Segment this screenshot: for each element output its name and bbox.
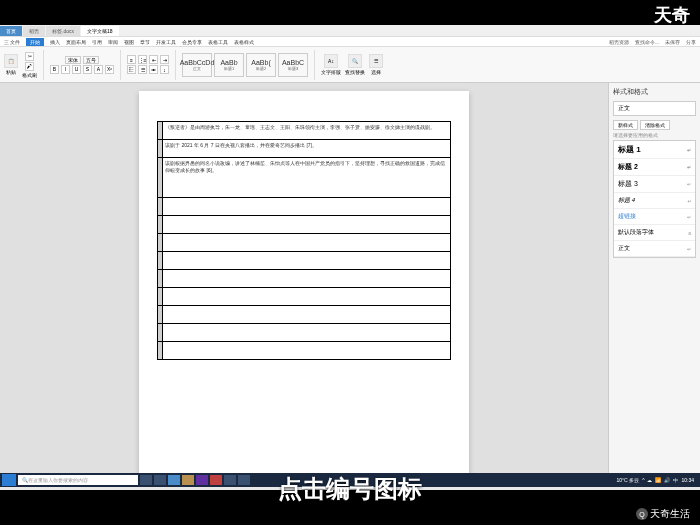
menu-view[interactable]: 视图 — [124, 39, 134, 45]
format-painter-button[interactable]: 🖌 — [25, 62, 34, 71]
bullet-list-button[interactable]: ≡ — [127, 55, 136, 64]
paste-label: 粘贴 — [6, 69, 16, 75]
menu-bar: 三 文件 开始 插入 页面布局 引用 审阅 视图 章节 开发工具 会员专享 表格… — [0, 37, 700, 47]
menu-search[interactable]: 查找命令... — [635, 39, 659, 45]
style-item-h3[interactable]: 标题 3↵ — [614, 176, 695, 193]
menu-dev[interactable]: 开发工具 — [156, 39, 176, 45]
wps-app-window: 首页 稻壳 标签.docx 文字文稿18 三 文件 开始 插入 页面布局 引用 … — [0, 25, 700, 485]
current-style[interactable]: 正文 — [613, 101, 696, 116]
style-item-h4[interactable]: 标题 4↵ — [614, 193, 695, 209]
font-name[interactable]: 宋体 — [65, 56, 81, 64]
underline-button[interactable]: U — [72, 65, 81, 74]
text-layout-button[interactable]: A↕ — [324, 54, 338, 68]
style-item-body[interactable]: 正文↵ — [614, 241, 695, 257]
menu-insert[interactable]: 插入 — [50, 39, 60, 45]
menu-start[interactable]: 开始 — [26, 38, 44, 46]
menu-table-tools[interactable]: 表格工具 — [208, 39, 228, 45]
style-h2[interactable]: AaBb(标题2 — [246, 53, 276, 77]
indent-inc-button[interactable]: ⇥ — [160, 55, 169, 64]
more-a[interactable]: A — [94, 65, 103, 74]
numbering-button[interactable]: ⋮≡ — [138, 55, 147, 64]
new-style-button[interactable]: 新样式 — [613, 120, 638, 130]
document-table[interactable]: 《叛逆者》是由周游执导，朱一龙、童瑶、王志文、王阳、朱珠领衔主演，李强、张子贤、… — [157, 121, 451, 360]
text-layout-label: 文字排版 — [321, 69, 341, 75]
font-size[interactable]: 五号 — [83, 56, 99, 64]
ribbon: 📋 粘贴 ✂ 🖌 格式刷 宋体 五号 B I U S A X² — [0, 47, 700, 83]
align-center-button[interactable]: ☰ — [138, 65, 147, 74]
line-spacing-button[interactable]: ↕ — [160, 65, 169, 74]
format-painter-label: 格式刷 — [22, 72, 37, 78]
clear-format-button[interactable]: 清除格式 — [640, 120, 670, 130]
select-button[interactable]: ☰ — [369, 54, 383, 68]
align-left-button[interactable]: ⬱ — [127, 65, 136, 74]
select-label: 选择 — [371, 69, 381, 75]
menu-ref[interactable]: 引用 — [92, 39, 102, 45]
page: 《叛逆者》是由周游执导，朱一龙、童瑶、王志文、王阳、朱珠领衔主演，李强、张子贤、… — [139, 91, 469, 475]
video-caption: 点击编号图标 — [0, 473, 700, 505]
doc-tab-0[interactable]: 稻壳 — [23, 26, 45, 36]
document-area[interactable]: 《叛逆者》是由周游执导，朱一龙、童瑶、王志文、王阳、朱珠领衔主演，李强、张子贤、… — [0, 83, 608, 475]
style-item-link[interactable]: 超链接↵ — [614, 209, 695, 225]
menu-file[interactable]: 三 文件 — [4, 39, 20, 45]
doc-tab-2[interactable]: 文字文稿18 — [81, 26, 119, 36]
paste-button[interactable]: 📋 — [4, 54, 18, 68]
style-list: 标题 1↵ 标题 2↵ 标题 3↵ 标题 4↵ 超链接↵ 默认段落字体a 正文↵ — [613, 140, 696, 258]
watermark-icon: Q — [636, 508, 648, 520]
style-h1[interactable]: AaBb标题1 — [214, 53, 244, 77]
watermark-text: 天奇生活 — [650, 507, 690, 521]
menu-table-style[interactable]: 表格样式 — [234, 39, 254, 45]
align-right-button[interactable]: ⬲ — [149, 65, 158, 74]
find-replace-button[interactable]: 🔍 — [348, 54, 362, 68]
strike-button[interactable]: S — [83, 65, 92, 74]
more-x[interactable]: X² — [105, 65, 114, 74]
cell-3[interactable]: 该剧根据畀愚的同名小说改编，讲述了林楠笙、朱怡贞等人在中国共产党员的指引下，坚持… — [163, 158, 451, 198]
menu-layout[interactable]: 页面布局 — [66, 39, 86, 45]
menu-review[interactable]: 审阅 — [108, 39, 118, 45]
style-item-h2[interactable]: 标题 2↵ — [614, 159, 695, 176]
style-gallery[interactable]: AaBbCcDd正文 AaBb标题1 AaBb(标题2 AaBbC标题3 — [182, 53, 308, 77]
style-normal[interactable]: AaBbCcDd正文 — [182, 53, 212, 77]
cut-button[interactable]: ✂ — [25, 52, 34, 61]
style-item-h1[interactable]: 标题 1↵ — [614, 141, 695, 159]
home-tab[interactable]: 首页 — [0, 26, 22, 36]
brand-logo: 天奇 — [654, 3, 690, 27]
watermark: Q 天奇生活 — [636, 507, 690, 521]
menu-unsaved[interactable]: 未保存 — [665, 39, 680, 45]
menu-section[interactable]: 章节 — [140, 39, 150, 45]
styles-panel: 样式和格式 正文 新样式 清除格式 请选择要应用的格式 标题 1↵ 标题 2↵ … — [608, 83, 700, 475]
doc-tab-1[interactable]: 标签.docx — [46, 26, 80, 36]
cell-1[interactable]: 《叛逆者》是由周游执导，朱一龙、童瑶、王志文、王阳、朱珠领衔主演，李强、张子贤、… — [163, 122, 451, 140]
cell-2[interactable]: 该剧于 2021 年 6 月 7 日在央视八套播出，并在爱奇艺同步播出 [7]。 — [163, 140, 451, 158]
italic-button[interactable]: I — [61, 65, 70, 74]
style-item-default[interactable]: 默认段落字体a — [614, 225, 695, 241]
menu-docer[interactable]: 稻壳资源 — [609, 39, 629, 45]
panel-hint: 请选择要应用的格式 — [613, 132, 696, 138]
title-bar: 首页 稻壳 标签.docx 文字文稿18 — [0, 25, 700, 37]
menu-share[interactable]: 分享 — [686, 39, 696, 45]
bold-button[interactable]: B — [50, 65, 59, 74]
find-replace-label: 查找替换 — [345, 69, 365, 75]
style-h3[interactable]: AaBbC标题3 — [278, 53, 308, 77]
indent-dec-button[interactable]: ⇤ — [149, 55, 158, 64]
panel-title: 样式和格式 — [613, 87, 696, 97]
menu-member[interactable]: 会员专享 — [182, 39, 202, 45]
